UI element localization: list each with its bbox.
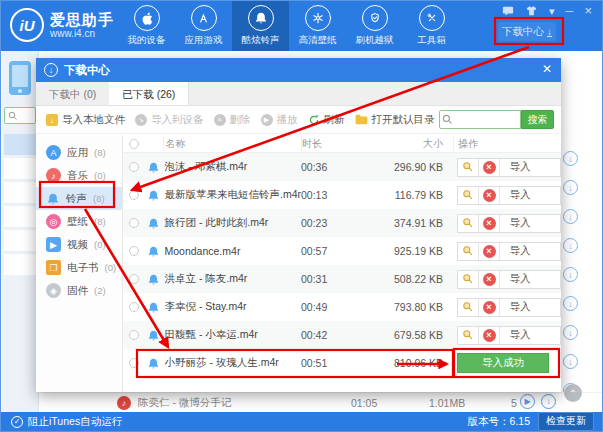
delete-row-button[interactable]: ×: [479, 271, 500, 288]
ringtone-duration: 00:23: [301, 217, 361, 229]
import-button[interactable]: 导入: [500, 215, 540, 232]
category-apps[interactable]: A 应用 (8): [36, 141, 122, 164]
header-duration[interactable]: 时长: [301, 137, 361, 151]
play-circle-icon[interactable]: ▶: [520, 394, 535, 409]
category-music[interactable]: ♪ 音乐 (0): [36, 164, 122, 187]
download-circle-icon[interactable]: ↓: [563, 354, 578, 369]
download-circle-icon[interactable]: ↓: [563, 238, 578, 253]
refresh-icon: [308, 114, 320, 126]
table-row-imported[interactable]: 小野丽莎 - 玫瑰人生.m4r 00:51 810.96 KB 导入成功: [123, 349, 562, 377]
table-row[interactable]: 田馥甄 - 小幸运.m4r 00:42 679.58 KB × 导入: [123, 321, 562, 349]
category-ebooks[interactable]: ❐ 电子书 (0): [36, 256, 122, 279]
table-row[interactable]: 李幸倪 - Stay.m4r 00:49 793.80 KB × 导入: [123, 293, 562, 321]
download-circle-icon[interactable]: ↓: [541, 394, 556, 409]
download-circle-icon[interactable]: ↓: [563, 296, 578, 311]
download-circle-icon[interactable]: ↓: [563, 180, 578, 195]
row-radio[interactable]: [129, 274, 139, 284]
row-radio[interactable]: [129, 302, 139, 312]
list-item[interactable]: [4, 158, 38, 179]
header-size[interactable]: 大小: [361, 137, 453, 151]
category-label: 铃声: [66, 192, 87, 206]
download-circle-icon[interactable]: ↓: [563, 267, 578, 282]
minimize-icon[interactable]: ─: [566, 5, 574, 17]
tab-downloaded[interactable]: 已下载 (26): [109, 82, 189, 105]
preview-button[interactable]: [458, 215, 479, 232]
import-button[interactable]: 导入: [500, 327, 540, 344]
preview-button[interactable]: [458, 187, 479, 204]
status-bar: ✓ 阻止iTunes自动运行 版本号：6.15 检查更新: [1, 412, 602, 431]
table-row[interactable]: 洪卓立 - 陈友.m4r 00:31 508.22 KB × 导入: [123, 265, 562, 293]
list-item[interactable]: [4, 254, 38, 275]
delete-row-button[interactable]: ×: [479, 243, 500, 260]
app-logo: iU 爱思助手 www.i4.cn: [10, 8, 114, 42]
delete-row-button[interactable]: ×: [479, 215, 500, 232]
download-circle-icon[interactable]: ↓: [563, 151, 578, 166]
tab-downloading[interactable]: 下载中 (0): [36, 82, 109, 105]
category-videos[interactable]: ▶ 视频 (0): [36, 233, 122, 256]
download-circle-icon[interactable]: ↓: [563, 325, 578, 340]
dialog-close-icon[interactable]: ✕: [542, 63, 552, 75]
block-itunes-label[interactable]: 阻止iTunes自动运行: [28, 415, 122, 429]
menu-chevron-icon[interactable]: ▾: [549, 5, 555, 17]
category-count: (2): [94, 285, 106, 296]
import-device-button[interactable]: ↘ 导入到设备: [135, 113, 204, 127]
search-button[interactable]: 搜索: [521, 110, 554, 129]
import-button[interactable]: 导入: [500, 243, 540, 260]
row-radio[interactable]: [129, 246, 139, 256]
row-radio[interactable]: [129, 190, 139, 200]
nav-ringtones[interactable]: 酷炫铃声: [232, 1, 289, 51]
nav-toolbox[interactable]: 工具箱: [403, 1, 460, 51]
preview-button[interactable]: [458, 327, 479, 344]
scroll-to-top-button[interactable]: ⌃: [564, 384, 582, 402]
row-radio[interactable]: [129, 330, 139, 340]
table-row[interactable]: 最新版苹果来电短信铃声.m4r 00:13 116.79 KB × 导入: [123, 181, 562, 209]
play-button[interactable]: ▶ 播放: [261, 113, 298, 127]
check-update-button[interactable]: 检查更新: [538, 412, 594, 431]
delete-row-button[interactable]: ×: [479, 187, 500, 204]
appstore-icon: [191, 5, 217, 31]
category-wallpapers[interactable]: ◎ 壁纸 (8): [36, 210, 122, 233]
table-row[interactable]: 旅行团 - 此时此刻.m4r 00:23 374.91 KB × 导入: [123, 209, 562, 237]
import-button[interactable]: 导入: [500, 159, 540, 176]
delete-button[interactable]: × 删除: [214, 113, 251, 127]
row-radio[interactable]: [129, 358, 139, 368]
delete-row-button[interactable]: ×: [479, 159, 500, 176]
list-item[interactable]: [4, 134, 38, 155]
download-center-button[interactable]: 下载中心 ↓: [498, 22, 556, 41]
row-radio[interactable]: [129, 162, 139, 172]
table-row[interactable]: Moondance.m4r 00:57 925.19 KB × 导入: [123, 237, 562, 265]
refresh-button[interactable]: 刷新: [308, 113, 345, 127]
row-radio[interactable]: [129, 218, 139, 228]
delete-row-button[interactable]: ×: [479, 299, 500, 316]
import-local-button[interactable]: ↓ 导入本地文件: [46, 113, 125, 127]
preview-button[interactable]: [458, 271, 479, 288]
import-success-button[interactable]: 导入成功: [457, 353, 549, 373]
table-row[interactable]: 泡沫 - 邓紫棋.m4r 00:36 296.90 KB × 导入: [123, 153, 562, 181]
nav-wallpapers[interactable]: 高清壁纸: [289, 1, 346, 51]
list-item[interactable]: [4, 230, 38, 251]
skin-icon[interactable]: [525, 5, 538, 17]
select-all-radio[interactable]: [129, 139, 139, 149]
import-button[interactable]: 导入: [500, 299, 540, 316]
category-firmware[interactable]: ◈ 固件 (2): [36, 279, 122, 302]
nav-jailbreak[interactable]: 刷机越狱: [346, 1, 403, 51]
delete-row-button[interactable]: ×: [479, 327, 500, 344]
nav-app-games[interactable]: 应用游戏: [175, 1, 232, 51]
feedback-icon[interactable]: [502, 5, 514, 17]
import-button[interactable]: 导入: [500, 271, 540, 288]
preview-button[interactable]: [458, 299, 479, 316]
category-count: (8): [94, 216, 106, 227]
list-item[interactable]: [4, 206, 38, 227]
download-circle-icon[interactable]: ↓: [563, 209, 578, 224]
nav-my-devices[interactable]: 我的设备: [118, 1, 175, 51]
list-item[interactable]: [4, 182, 38, 203]
preview-button[interactable]: [458, 243, 479, 260]
import-button[interactable]: 导入: [500, 187, 540, 204]
header-name[interactable]: 名称: [163, 137, 302, 151]
open-default-dir-button[interactable]: 打开默认目录: [355, 113, 435, 127]
background-search-input[interactable]: [4, 107, 36, 124]
category-ringtones[interactable]: 铃声 (8): [36, 187, 122, 210]
close-icon[interactable]: ×: [584, 5, 592, 17]
preview-button[interactable]: [458, 159, 479, 176]
check-circle-icon[interactable]: ✓: [11, 416, 23, 428]
